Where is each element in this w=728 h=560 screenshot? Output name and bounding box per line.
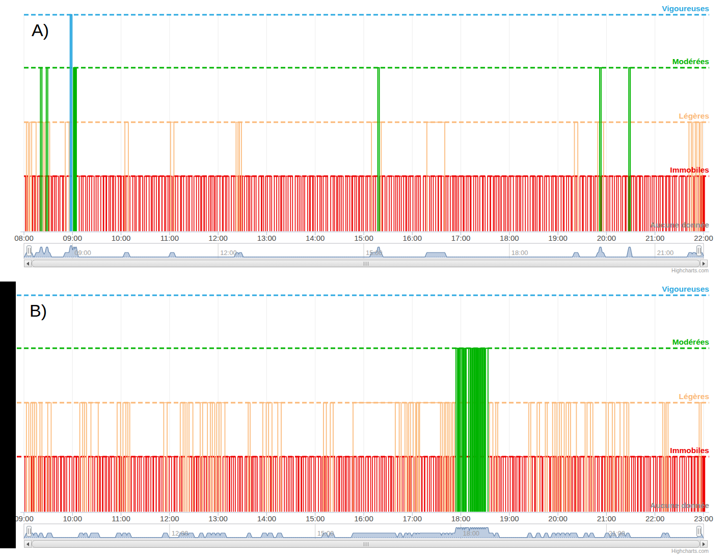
x-axis-tick-label: 16:00: [394, 234, 430, 242]
x-axis-tick-label: 21:00: [637, 234, 673, 242]
credits-link[interactable]: Highcharts.com: [648, 548, 709, 554]
x-axis-tick-label: 11:00: [103, 514, 139, 523]
black-redaction-bar: [0, 282, 16, 548]
scrollbar-right-arrow-icon: [703, 262, 705, 266]
x-axis-tick-label: 11:00: [152, 234, 187, 242]
x-axis-tick-label: 10:00: [103, 234, 139, 242]
scrollbar-right-arrow-icon: [703, 542, 705, 546]
x-axis-tick-label: 19:00: [492, 514, 527, 523]
x-axis-tick-label: 10:00: [55, 514, 90, 523]
x-axis-tick-label: 22:00: [637, 514, 673, 523]
x-axis-tick-label: 14:00: [249, 514, 284, 523]
scrollbar-right-button[interactable]: [700, 540, 708, 548]
x-axis-tick-label: 15:00: [346, 234, 382, 242]
x-axis-tick-label: 16:00: [346, 514, 382, 523]
scrollbar-thumb[interactable]: [32, 540, 700, 548]
chart-B-plot-area[interactable]: [24, 295, 704, 512]
scrollbar-right-button[interactable]: [700, 260, 708, 267]
x-axis-tick-label: 13:00: [200, 514, 236, 523]
x-axis-tick-label: 23:00: [686, 514, 721, 523]
x-axis-tick-label: 09:00: [55, 234, 90, 242]
navigator[interactable]: [24, 243, 704, 259]
x-axis-tick-label: 15:00: [298, 514, 333, 523]
navigator-left-handle[interactable]: [26, 245, 32, 256]
chart-A: A) Highcharts.com 08:0009:0010:0011:0012…: [0, 0, 728, 281]
plotline-label-vigoureuses: Vigoureuses: [607, 4, 709, 13]
x-axis-tick-label: 08:00: [6, 234, 42, 242]
x-axis-tick-label: 19:00: [540, 234, 576, 242]
x-axis-tick-label: 12:00: [152, 514, 187, 523]
x-axis-tick-label: 22:00: [686, 234, 721, 242]
scrollbar-thumb[interactable]: [32, 260, 700, 267]
scrollbar-left-button[interactable]: [24, 260, 32, 267]
navigator[interactable]: [24, 524, 704, 539]
x-axis-tick-label: 17:00: [443, 234, 479, 242]
x-axis-tick-label: 18:00: [443, 514, 479, 523]
chart-B: B) Highcharts.com 09:0010:0011:0012:0013…: [0, 281, 728, 560]
x-axis-tick-label: 18:00: [492, 234, 527, 242]
x-axis-tick-label: 20:00: [588, 234, 624, 242]
x-axis-tick-label: 21:00: [588, 514, 624, 523]
scrollbar-left-button[interactable]: [24, 540, 32, 548]
x-axis-tick-label: 17:00: [394, 514, 430, 523]
navigator-left-handle[interactable]: [26, 526, 32, 537]
scrollbar-left-arrow-icon: [26, 542, 29, 546]
navigator-right-handle[interactable]: [696, 526, 702, 537]
x-axis-tick-label: 13:00: [249, 234, 284, 242]
navigator-right-handle[interactable]: [696, 245, 702, 256]
x-axis-tick-label: 20:00: [540, 514, 576, 523]
chart-A-plot-area[interactable]: [24, 15, 704, 232]
x-axis-tick-label: 12:00: [200, 234, 236, 242]
plotline-label-vigoureuses: Vigoureuses: [607, 285, 709, 294]
credits-link[interactable]: Highcharts.com: [648, 267, 709, 273]
scrollbar-left-arrow-icon: [26, 262, 29, 266]
x-axis-tick-label: 14:00: [298, 234, 333, 242]
